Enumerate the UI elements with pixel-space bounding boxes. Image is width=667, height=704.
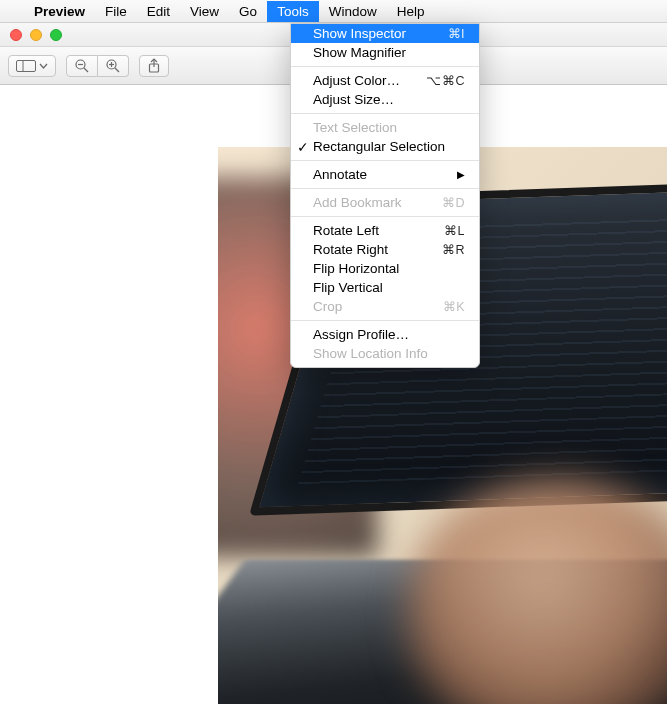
chevron-down-icon (39, 63, 48, 69)
svg-rect-3 (17, 60, 36, 71)
menu-shortcut: ⌥⌘C (426, 73, 465, 88)
menu-separator (291, 216, 479, 217)
menu-item-adjust-color[interactable]: Adjust Color…⌥⌘C (291, 71, 479, 90)
menu-item-label: Rotate Right (313, 242, 388, 257)
menu-shortcut: ⌘R (442, 242, 465, 257)
menubar-go[interactable]: Go (229, 1, 267, 22)
zoom-in-icon (105, 58, 121, 74)
menubar-view[interactable]: View (180, 1, 229, 22)
menu-shortcut: ⌘I (448, 26, 465, 41)
minimize-button[interactable] (30, 29, 42, 41)
close-button[interactable] (10, 29, 22, 41)
share-icon (147, 58, 161, 74)
menu-item-label: Show Inspector (313, 26, 406, 41)
menu-separator (291, 160, 479, 161)
tools-menu: Show Inspector⌘IShow MagnifierAdjust Col… (290, 23, 480, 368)
menu-item-label: Flip Horizontal (313, 261, 399, 276)
menu-item-label: Adjust Size… (313, 92, 394, 107)
menu-item-label: Flip Vertical (313, 280, 383, 295)
menu-item-label: Show Magnifier (313, 45, 406, 60)
menu-shortcut: ⌘D (442, 195, 465, 210)
menu-item-label: Assign Profile… (313, 327, 409, 342)
sidebar-icon (16, 60, 36, 72)
menu-item-label: Rotate Left (313, 223, 379, 238)
menu-item-label: Add Bookmark (313, 195, 402, 210)
menu-item-label: Text Selection (313, 120, 397, 135)
zoom-button[interactable] (50, 29, 62, 41)
menubar: Preview File Edit View Go Tools Window H… (0, 0, 667, 23)
menu-item-show-magnifier[interactable]: Show Magnifier (291, 43, 479, 62)
menu-item-assign-profile[interactable]: Assign Profile… (291, 325, 479, 344)
menubar-help[interactable]: Help (387, 1, 435, 22)
menu-item-text-selection: Text Selection (291, 118, 479, 137)
menu-item-flip-vertical[interactable]: Flip Vertical (291, 278, 479, 297)
menu-item-add-bookmark: Add Bookmark⌘D (291, 193, 479, 212)
menu-item-crop: Crop⌘K (291, 297, 479, 316)
menubar-app[interactable]: Preview (24, 1, 95, 22)
menu-item-label: Annotate (313, 167, 367, 182)
menu-item-show-location-info: Show Location Info (291, 344, 479, 363)
menubar-window[interactable]: Window (319, 1, 387, 22)
menu-separator (291, 66, 479, 67)
check-icon: ✓ (297, 139, 309, 155)
menu-item-annotate[interactable]: Annotate▶ (291, 165, 479, 184)
zoom-in-button[interactable] (98, 55, 129, 77)
menu-item-label: Rectangular Selection (313, 139, 445, 154)
window-controls (0, 29, 62, 41)
menu-item-rectangular-selection[interactable]: ✓Rectangular Selection (291, 137, 479, 156)
menu-separator (291, 320, 479, 321)
zoom-group (66, 55, 129, 77)
svg-line-9 (115, 68, 119, 72)
zoom-out-icon (74, 58, 90, 74)
submenu-arrow-icon: ▶ (457, 169, 465, 180)
menu-item-adjust-size[interactable]: Adjust Size… (291, 90, 479, 109)
svg-line-6 (84, 68, 88, 72)
menu-shortcut: ⌘K (443, 299, 465, 314)
menubar-edit[interactable]: Edit (137, 1, 180, 22)
menubar-file[interactable]: File (95, 1, 137, 22)
menu-item-flip-horizontal[interactable]: Flip Horizontal (291, 259, 479, 278)
sidebar-view-button[interactable] (8, 55, 56, 77)
menu-item-show-inspector[interactable]: Show Inspector⌘I (291, 24, 479, 43)
menubar-tools[interactable]: Tools (267, 1, 319, 22)
menu-item-label: Show Location Info (313, 346, 428, 361)
menu-item-label: Adjust Color… (313, 73, 400, 88)
zoom-out-button[interactable] (66, 55, 98, 77)
share-button[interactable] (139, 55, 169, 77)
menu-item-rotate-left[interactable]: Rotate Left⌘L (291, 221, 479, 240)
menu-separator (291, 188, 479, 189)
menu-item-label: Crop (313, 299, 342, 314)
menu-shortcut: ⌘L (444, 223, 465, 238)
menu-item-rotate-right[interactable]: Rotate Right⌘R (291, 240, 479, 259)
menu-separator (291, 113, 479, 114)
